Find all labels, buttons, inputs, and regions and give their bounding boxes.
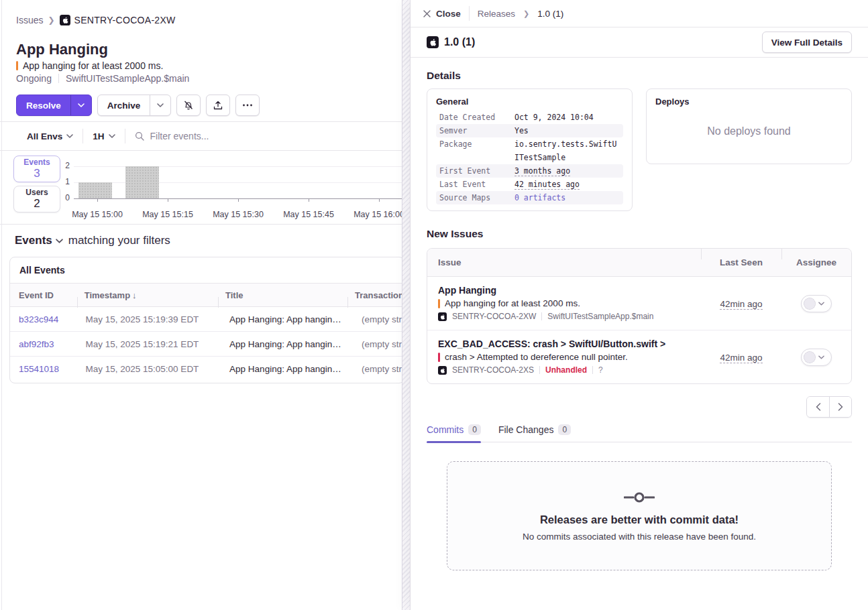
first-event-tooltip-value[interactable]: 3 months ago <box>514 166 570 176</box>
general-row: Last Event 42 minutes ago <box>436 178 623 191</box>
share-button[interactable] <box>206 95 230 116</box>
empty-state-subtitle: No commits associated with this release … <box>523 532 756 542</box>
more-actions-button[interactable] <box>235 95 260 116</box>
event-id-link[interactable]: abf92fb3 <box>10 339 78 349</box>
event-table-row[interactable]: 15541018 May 15, 2025 15:05:00 EDT App H… <box>10 357 404 381</box>
tab-file-changes[interactable]: File Changes 0 <box>498 424 571 442</box>
issue-title-link[interactable]: App Hanging <box>438 285 690 296</box>
y-axis-label: 2 <box>55 161 70 170</box>
column-header-last-seen: Last Seen <box>701 257 781 267</box>
column-header-transaction[interactable]: Transaction <box>347 290 404 300</box>
release-tabs: Commits 0 File Changes 0 <box>427 424 852 442</box>
filter-bar: All Envs 1H Filter events... <box>0 121 411 151</box>
panel-resize-handle[interactable] <box>402 0 411 610</box>
divider <box>83 129 83 143</box>
issue-title-link[interactable]: EXC_BAD_ACCESS: crash > SwiftUI/Button.s… <box>438 339 690 349</box>
event-table-row[interactable]: b323c944 May 15, 2025 15:19:39 EDT App H… <box>10 307 404 332</box>
previous-page-button[interactable] <box>807 397 829 417</box>
resolve-button[interactable]: Resolve <box>17 95 70 115</box>
ellipsis-icon <box>242 104 253 107</box>
last-seen-value[interactable]: 42min ago <box>720 353 762 363</box>
archive-dropdown-button[interactable] <box>150 95 170 115</box>
help-icon[interactable]: ? <box>598 365 603 375</box>
column-header-issue: Issue <box>427 257 701 267</box>
event-title: App Hanging: App hangin… <box>222 364 354 374</box>
x-axis-tick <box>379 198 380 202</box>
environment-filter-label: All Envs <box>27 131 62 141</box>
upload-icon <box>213 100 223 111</box>
environment-filter[interactable]: All Envs <box>27 131 73 141</box>
event-id-link[interactable]: 15541018 <box>10 364 78 374</box>
resolve-dropdown-button[interactable] <box>70 95 91 115</box>
column-header-timestamp[interactable]: Timestamp↓ <box>77 290 218 300</box>
general-row: Date Created Oct 9, 2024 10:04 <box>436 111 623 124</box>
issue-message: App hanging for at least 2000 ms. <box>438 298 690 308</box>
general-row-label: Source Maps <box>439 191 514 204</box>
chevron-down-icon <box>818 355 824 359</box>
x-axis-label: May 15 15:00 <box>60 210 134 219</box>
chevron-right-icon: ❯ <box>523 9 529 18</box>
archive-split-button: Archive <box>97 95 172 116</box>
chevron-down-icon <box>109 134 115 138</box>
time-period-filter[interactable]: 1H <box>93 131 115 141</box>
archive-button[interactable]: Archive <box>98 95 150 115</box>
issue-message: crash > Attempted to dereference null po… <box>438 352 690 362</box>
general-row-label: First Event <box>439 164 514 178</box>
issue-row[interactable]: App Hanging App hanging for at least 200… <box>427 277 851 330</box>
event-search-input[interactable]: Filter events... <box>135 131 411 141</box>
issue-status: Ongoing <box>16 73 52 84</box>
column-header-event-id[interactable]: Event ID <box>10 290 77 300</box>
assignee-dropdown[interactable] <box>801 349 832 366</box>
column-header-title[interactable]: Title <box>218 290 347 300</box>
chevron-right-icon <box>838 403 843 411</box>
breadcrumb-releases-link[interactable]: Releases <box>478 9 515 19</box>
divider <box>347 297 348 308</box>
breadcrumb-issues-link[interactable]: Issues <box>16 15 43 25</box>
events-section-heading: Events matching your filters <box>15 234 170 247</box>
close-label: Close <box>436 9 461 19</box>
grid-line <box>74 166 409 167</box>
release-header: 1.0 (1) View Full Details <box>411 27 868 58</box>
project-short-id: SENTRY-COCOA-2XW <box>74 15 176 25</box>
events-dropdown[interactable]: Events <box>15 234 63 247</box>
close-panel-button[interactable]: Close <box>423 9 461 19</box>
events-heading-label: Events <box>15 234 52 247</box>
project-slug: SENTRY-COCOA-2XS <box>452 365 534 375</box>
event-table-row[interactable]: abf92fb3 May 15, 2025 15:19:21 EDT App H… <box>10 332 404 357</box>
event-id-link[interactable]: b323c944 <box>10 314 78 324</box>
source-maps-link[interactable]: 0 artifacts <box>514 191 620 204</box>
divider <box>592 366 593 374</box>
x-axis-tick <box>97 198 98 202</box>
events-table-title: All Events <box>10 257 404 283</box>
mute-button[interactable] <box>176 95 201 116</box>
apple-platform-icon <box>427 36 439 48</box>
general-row-label: Date Created <box>439 111 514 124</box>
general-row-value: 42 minutes ago <box>514 178 620 191</box>
general-card: General Date Created Oct 9, 2024 10:04 S… <box>427 88 633 211</box>
assignee-cell <box>781 295 851 312</box>
tab-commits[interactable]: Commits 0 <box>427 424 481 442</box>
assignee-dropdown[interactable] <box>801 295 832 312</box>
breadcrumb: Issues ❯ SENTRY-COCOA-2XW <box>16 15 176 25</box>
y-axis-label: 1 <box>55 177 70 186</box>
panel-body: Details General Date Created Oct 9, 2024… <box>411 58 868 570</box>
last-seen-value[interactable]: 42min ago <box>720 299 762 310</box>
next-page-button[interactable] <box>829 397 851 417</box>
last-seen-cell: 42min ago <box>701 298 781 310</box>
x-axis-tick <box>168 198 168 202</box>
new-issues-table: Issue Last Seen Assignee App Hanging App… <box>427 248 852 384</box>
chevron-down-icon <box>157 103 164 107</box>
event-timestamp: May 15, 2025 15:19:39 EDT <box>78 314 223 324</box>
divider <box>58 74 59 83</box>
pagination-group <box>806 396 852 418</box>
last-event-tooltip-value[interactable]: 42 minutes ago <box>514 180 580 190</box>
divider <box>125 129 125 143</box>
issue-level-indicator <box>438 353 440 362</box>
issue-project-info: SENTRY-COCOA-2XS Unhandled ? <box>438 365 690 375</box>
release-version: 1.0 (1) <box>427 36 762 48</box>
view-full-details-button[interactable]: View Full Details <box>762 32 852 53</box>
tab-count-badge: 0 <box>558 424 571 435</box>
details-heading: Details <box>427 70 852 82</box>
all-events-table: All Events Event ID Timestamp↓ Title Tra… <box>9 257 404 383</box>
issue-row[interactable]: EXC_BAD_ACCESS: crash > SwiftUI/Button.s… <box>427 330 851 383</box>
